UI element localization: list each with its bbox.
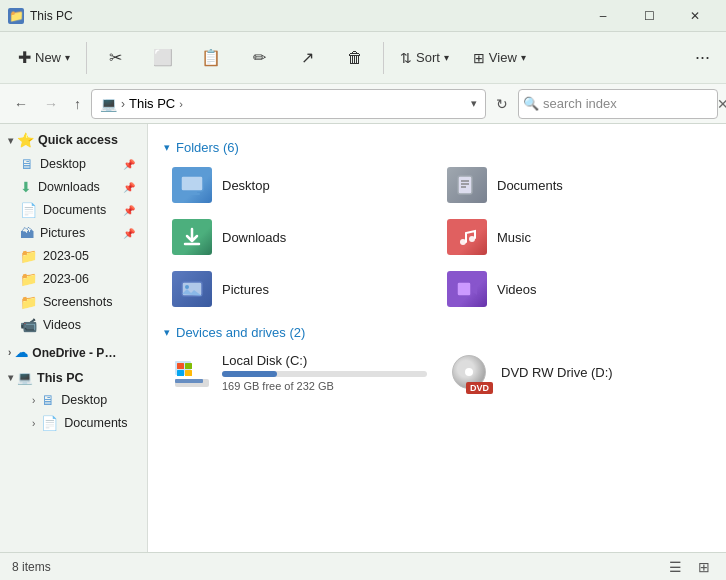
documents-label: Documents (43, 203, 117, 217)
address-path[interactable]: 💻 › This PC › ▾ (91, 89, 486, 119)
sidebar-item-documents[interactable]: 📄 Documents 📌 (4, 199, 143, 221)
search-box: 🔍 ✕ → (518, 89, 718, 119)
main-content: ▾ Folders (6) Desktop Documents (148, 124, 726, 552)
drives-chevron-icon: ▾ (164, 326, 170, 339)
share-icon: ↗ (301, 48, 314, 67)
screenshots-label: Screenshots (43, 295, 135, 309)
address-dropdown-btn[interactable]: ▾ (471, 97, 477, 110)
title-bar-title: This PC (30, 9, 73, 23)
title-bar: 📁 This PC – ☐ ✕ (0, 0, 726, 32)
search-clear-button[interactable]: ✕ (715, 96, 726, 112)
sidebar-item-desktop[interactable]: 🖥 Desktop 📌 (4, 153, 143, 175)
sidebar: ▾ ⭐ Quick access 🖥 Desktop 📌 ⬇ Downloads… (0, 124, 148, 552)
sort-label: Sort (416, 50, 440, 65)
svg-rect-0 (181, 176, 203, 191)
view-dropdown-icon: ▾ (521, 52, 526, 63)
drive-item-c[interactable]: Local Disk (C:) 169 GB free of 232 GB (164, 346, 435, 398)
2023-05-label: 2023-05 (43, 249, 135, 263)
drives-section-header[interactable]: ▾ Devices and drives (2) (164, 325, 710, 340)
this-pc-documents-label: Documents (64, 416, 135, 430)
cut-button[interactable]: ✂ (93, 37, 137, 79)
pictures-folder-icon (172, 271, 212, 307)
sidebar-item-videos[interactable]: 📹 Videos (4, 314, 143, 336)
2023-05-icon: 📁 (20, 248, 37, 264)
2023-06-icon: 📁 (20, 271, 37, 287)
svg-rect-3 (458, 176, 472, 194)
maximize-button[interactable]: ☐ (626, 0, 672, 32)
folder-item-music[interactable]: Music (439, 213, 710, 261)
folder-item-desktop[interactable]: Desktop (164, 161, 435, 209)
downloads-label: Downloads (38, 180, 117, 194)
copy-button[interactable]: ⬜ (141, 37, 185, 79)
close-button[interactable]: ✕ (672, 0, 718, 32)
view-button[interactable]: ⊞ View ▾ (463, 37, 536, 79)
music-folder-name: Music (497, 230, 531, 245)
screenshots-icon: 📁 (20, 294, 37, 310)
videos-folder-icon (447, 271, 487, 307)
sidebar-item-this-pc-documents[interactable]: › 📄 Documents (4, 412, 143, 434)
sidebar-item-this-pc-desktop[interactable]: › 🖥 Desktop (4, 389, 143, 411)
status-view-controls: ☰ ⊞ (665, 557, 714, 577)
share-button[interactable]: ↗ (285, 37, 329, 79)
toolbar-separator-2 (383, 42, 384, 74)
sidebar-item-downloads[interactable]: ⬇ Downloads 📌 (4, 176, 143, 198)
drives-header-label: Devices and drives (2) (176, 325, 305, 340)
svg-point-11 (185, 285, 189, 289)
c-drive-bar-bg (222, 371, 427, 377)
d-drive-info: DVD RW Drive (D:) (501, 365, 702, 380)
new-button[interactable]: ✚ New ▾ (8, 37, 80, 79)
c-drive-icon (172, 352, 212, 392)
rename-button[interactable]: ✏ (237, 37, 281, 79)
desktop-pin-icon: 📌 (123, 159, 135, 170)
sidebar-item-2023-06[interactable]: 📁 2023-06 (4, 268, 143, 290)
sidebar-item-pictures[interactable]: 🏔 Pictures 📌 (4, 222, 143, 244)
folders-chevron-icon: ▾ (164, 141, 170, 154)
videos-folder-name: Videos (497, 282, 537, 297)
paste-icon: 📋 (201, 48, 221, 67)
desktop-folder-name: Desktop (222, 178, 270, 193)
sort-button[interactable]: ⇅ Sort ▾ (390, 37, 459, 79)
more-options-button[interactable]: ··· (687, 43, 718, 72)
delete-icon: 🗑 (347, 49, 363, 67)
new-label: New (35, 50, 61, 65)
folder-item-videos[interactable]: Videos (439, 265, 710, 313)
sidebar-section-this-pc[interactable]: ▾ 💻 This PC (0, 367, 147, 388)
new-icon: ✚ (18, 48, 31, 67)
rename-icon: ✏ (253, 48, 266, 67)
folders-section-header[interactable]: ▾ Folders (6) (164, 140, 710, 155)
folder-item-downloads[interactable]: Downloads (164, 213, 435, 261)
list-view-button[interactable]: ☰ (665, 557, 686, 577)
desktop-icon: 🖥 (20, 156, 34, 172)
folder-item-pictures[interactable]: Pictures (164, 265, 435, 313)
svg-rect-14 (177, 363, 184, 369)
sidebar-section-onedrive[interactable]: › ☁ OneDrive - Perso (0, 342, 147, 363)
folder-item-documents[interactable]: Documents (439, 161, 710, 209)
minimize-button[interactable]: – (580, 0, 626, 32)
address-chevron-right: › (179, 98, 183, 110)
sidebar-section-quick-access[interactable]: ▾ ⭐ Quick access (0, 128, 147, 152)
dvd-hole (465, 368, 473, 376)
documents-pin-icon: 📌 (123, 205, 135, 216)
sidebar-item-screenshots[interactable]: 📁 Screenshots (4, 291, 143, 313)
svg-rect-17 (185, 370, 192, 376)
refresh-button[interactable]: ↻ (490, 92, 514, 116)
grid-view-button[interactable]: ⊞ (694, 557, 714, 577)
svg-rect-16 (177, 370, 184, 376)
onedrive-label: OneDrive - Perso (32, 346, 122, 360)
quick-access-label: Quick access (38, 133, 118, 147)
paste-button[interactable]: 📋 (189, 37, 233, 79)
drive-item-d[interactable]: DVD DVD RW Drive (D:) (439, 346, 710, 398)
delete-button[interactable]: 🗑 (333, 37, 377, 79)
back-button[interactable]: ← (8, 92, 34, 116)
this-pc-desktop-label: Desktop (61, 393, 135, 407)
pictures-icon: 🏔 (20, 225, 34, 241)
sidebar-item-2023-05[interactable]: 📁 2023-05 (4, 245, 143, 267)
address-icon: 💻 (100, 96, 117, 112)
status-bar: 8 items ☰ ⊞ (0, 552, 726, 580)
downloads-pin-icon: 📌 (123, 182, 135, 193)
forward-button[interactable]: → (38, 92, 64, 116)
search-input[interactable] (543, 96, 711, 111)
videos-label: Videos (43, 318, 135, 332)
documents-folder-name: Documents (497, 178, 563, 193)
up-button[interactable]: ↑ (68, 92, 87, 116)
